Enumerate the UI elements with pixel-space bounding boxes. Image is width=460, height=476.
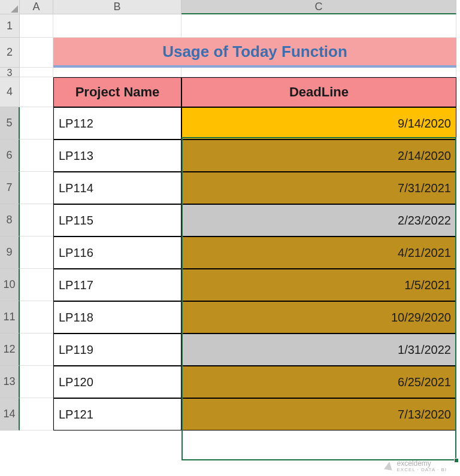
project-name: LP117 xyxy=(59,278,93,292)
row-header-8[interactable]: 8 xyxy=(0,204,20,237)
col-header-A[interactable]: A xyxy=(20,0,53,14)
deadline-value: 7/13/2020 xyxy=(398,408,451,422)
cell-C9[interactable]: 4/21/2021 xyxy=(181,237,456,269)
header-project-name[interactable]: Project Name xyxy=(53,77,181,107)
watermark-logo-icon xyxy=(384,461,394,471)
cell-A6[interactable] xyxy=(20,140,53,172)
project-name: LP116 xyxy=(59,246,93,260)
cell-A13[interactable] xyxy=(20,366,53,398)
cell-B13[interactable]: LP120 xyxy=(53,366,181,398)
cell-B14[interactable]: LP121 xyxy=(53,398,181,430)
row-header-12[interactable]: 12 xyxy=(0,333,20,366)
deadline-value: 10/29/2020 xyxy=(391,311,451,325)
cell-A4[interactable] xyxy=(20,77,53,107)
cell-B9[interactable]: LP116 xyxy=(53,237,181,269)
row-header-7[interactable]: 7 xyxy=(0,172,20,204)
cell-A10[interactable] xyxy=(20,269,53,301)
cell-B8[interactable]: LP115 xyxy=(53,204,181,237)
cell-B12[interactable]: LP119 xyxy=(53,333,181,366)
row-header-5[interactable]: 5 xyxy=(0,107,20,140)
cell-C11[interactable]: 10/29/2020 xyxy=(181,301,456,333)
row-header-13[interactable]: 13 xyxy=(0,366,20,398)
project-name: LP112 xyxy=(59,117,93,131)
header-project-label: Project Name xyxy=(75,84,160,100)
row-header-4[interactable]: 4 xyxy=(0,77,20,107)
cell-B6[interactable]: LP113 xyxy=(53,140,181,172)
cell-C8[interactable]: 2/23/2022 xyxy=(181,204,456,237)
cell-A3[interactable] xyxy=(20,68,53,77)
row-header-1[interactable]: 1 xyxy=(0,14,20,38)
cell-B7[interactable]: LP114 xyxy=(53,172,181,204)
cell-C7[interactable]: 7/31/2021 xyxy=(181,172,456,204)
col-header-C[interactable]: C xyxy=(181,0,456,14)
deadline-value: 6/25/2021 xyxy=(398,375,451,389)
row-header-3[interactable]: 3 xyxy=(0,68,20,77)
cell-C12[interactable]: 1/31/2022 xyxy=(181,333,456,366)
col-header-B[interactable]: B xyxy=(53,0,181,14)
project-name: LP114 xyxy=(59,181,93,195)
cell-A2[interactable] xyxy=(20,38,53,68)
row-header-6[interactable]: 6 xyxy=(0,140,20,172)
cell-A12[interactable] xyxy=(20,333,53,366)
title-cell[interactable]: Usage of Today Function xyxy=(53,38,456,68)
project-name: LP113 xyxy=(59,149,93,163)
cell-B11[interactable]: LP118 xyxy=(53,301,181,333)
cell-C10[interactable]: 1/5/2021 xyxy=(181,269,456,301)
deadline-value: 4/21/2021 xyxy=(398,246,451,260)
deadline-value: 1/5/2021 xyxy=(404,278,451,292)
cell-A5[interactable] xyxy=(20,107,53,140)
deadline-value: 2/14/2020 xyxy=(398,149,451,163)
cell-C6[interactable]: 2/14/2020 xyxy=(181,140,456,172)
cell-C13[interactable]: 6/25/2021 xyxy=(181,366,456,398)
cell-B1[interactable] xyxy=(53,14,181,38)
cell-C14[interactable]: 7/13/2020 xyxy=(181,398,456,430)
cell-A9[interactable] xyxy=(20,237,53,269)
cell-C3[interactable] xyxy=(181,68,456,77)
cell-A8[interactable] xyxy=(20,204,53,237)
row-header-9[interactable]: 9 xyxy=(0,237,20,269)
cell-C1[interactable] xyxy=(181,14,456,38)
cell-B5[interactable]: LP112 xyxy=(53,107,181,140)
cell-C5[interactable]: 9/14/2020 xyxy=(181,107,456,140)
deadline-value: 9/14/2020 xyxy=(398,117,451,131)
watermark-tagline: EXCEL · DATA · BI xyxy=(397,468,447,472)
watermark: exceldemy EXCEL · DATA · BI xyxy=(385,459,447,472)
header-deadline-label: DeadLine xyxy=(289,84,349,100)
row-header-11[interactable]: 11 xyxy=(0,301,20,333)
cell-B3[interactable] xyxy=(53,68,181,77)
cell-A1[interactable] xyxy=(20,14,53,38)
cell-A7[interactable] xyxy=(20,172,53,204)
header-deadline[interactable]: DeadLine xyxy=(181,77,456,107)
project-name: LP115 xyxy=(59,214,93,228)
project-name: LP121 xyxy=(59,408,93,422)
project-name: LP118 xyxy=(59,311,93,325)
cell-B10[interactable]: LP117 xyxy=(53,269,181,301)
deadline-value: 7/31/2021 xyxy=(398,181,451,195)
deadline-value: 2/23/2022 xyxy=(398,214,451,228)
project-name: LP119 xyxy=(59,343,93,357)
row-header-14[interactable]: 14 xyxy=(0,398,20,430)
spreadsheet-grid: A B C 1 2 Usage of Today Function 3 4 Pr… xyxy=(0,0,460,430)
deadline-value: 1/31/2022 xyxy=(398,343,451,357)
select-all-corner[interactable] xyxy=(0,0,20,14)
project-name: LP120 xyxy=(59,375,93,389)
watermark-name: exceldemy xyxy=(397,459,431,468)
cell-A14[interactable] xyxy=(20,398,53,430)
row-header-10[interactable]: 10 xyxy=(0,269,20,301)
title-text: Usage of Today Function xyxy=(162,43,347,61)
cell-A11[interactable] xyxy=(20,301,53,333)
row-header-2[interactable]: 2 xyxy=(0,38,20,68)
selection-fill-handle[interactable] xyxy=(454,458,459,463)
